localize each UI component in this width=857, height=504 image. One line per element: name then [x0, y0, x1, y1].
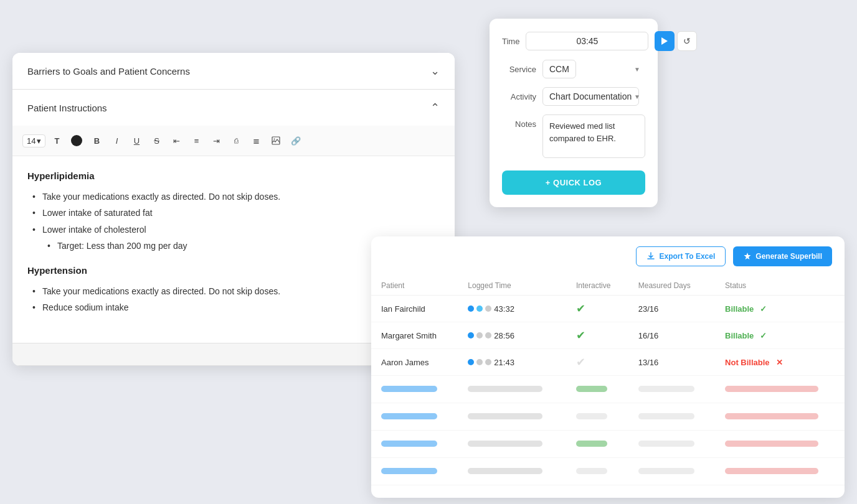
strikethrough-button[interactable]: S — [148, 132, 165, 149]
instructions-chevron-icon: ⌃ — [430, 101, 440, 114]
gray-dot-icon — [485, 359, 491, 365]
instructions-accordion-header[interactable]: Patient Instructions ⌃ — [12, 90, 455, 126]
list-item: Lower intake of saturated fat — [32, 206, 440, 220]
link-button[interactable]: 🔗 — [287, 132, 305, 149]
skeleton-bar — [725, 413, 818, 419]
font-size-selector[interactable]: 14 ▾ — [22, 134, 45, 147]
align-center-button[interactable]: ≡ — [187, 132, 205, 149]
skeleton-bar — [638, 468, 694, 474]
billable-check-icon: ✓ — [760, 331, 767, 340]
skeleton-bar — [725, 468, 818, 474]
blue-dot-icon — [468, 332, 474, 338]
skeleton-bar — [576, 468, 607, 474]
skeleton-cell — [458, 403, 566, 431]
export-excel-button[interactable]: Export To Excel — [636, 246, 726, 266]
align-right-button[interactable]: ⇥ — [207, 132, 225, 149]
skeleton-bar — [725, 386, 818, 392]
skeleton-cell — [566, 431, 628, 458]
status-cell: Billable✓ — [715, 296, 845, 322]
skeleton-bar — [638, 441, 694, 447]
code-button[interactable]: ⎙ — [227, 132, 245, 149]
editor-toolbar: 14 ▾ T B I U S ⇤ ≡ ⇥ ⎙ ≣ 🔗 — [12, 126, 455, 156]
timer-play-button[interactable] — [655, 31, 675, 51]
skeleton-cell — [371, 458, 458, 485]
skeleton-bar — [381, 386, 437, 392]
patient-name: Ian Fairchild — [371, 296, 458, 322]
gray-dot-icon — [476, 332, 483, 338]
table-row[interactable]: Ian Fairchild 43:32✔23/16Billable✓ — [371, 296, 845, 322]
superbill-table-panel: Export To Excel Generate Superbill Patie… — [371, 236, 845, 498]
time-value: 21:43 — [494, 358, 514, 367]
col-patient: Patient — [371, 276, 458, 296]
measured-days: 13/16 — [628, 349, 715, 376]
time-input[interactable] — [526, 32, 648, 50]
service-select[interactable]: CCM RPM BHI TCM — [542, 60, 576, 78]
dot-group: 21:43 — [468, 358, 556, 367]
logged-time: 21:43 — [458, 349, 566, 376]
skeleton-row — [371, 376, 845, 403]
check-circle-icon: ✔ — [576, 329, 585, 342]
dot-group: 43:32 — [468, 304, 556, 314]
skeleton-cell — [566, 403, 628, 431]
timer-controls: ↺ — [655, 31, 697, 51]
font-size-value: 14 — [27, 136, 36, 146]
measured-days: 23/16 — [628, 296, 715, 322]
time-label: Time — [502, 37, 519, 46]
activity-select[interactable]: Chart Documentation Phone Call Care Coor… — [542, 87, 639, 106]
skeleton-bar — [381, 441, 437, 447]
barriers-accordion-item: Barriers to Goals and Patient Concerns ⌄ — [12, 53, 455, 90]
notes-label: Notes — [502, 114, 536, 129]
reset-icon: ↺ — [683, 36, 691, 46]
italic-button[interactable]: I — [108, 132, 125, 149]
activity-label: Activity — [502, 92, 536, 101]
skeleton-bar — [468, 441, 542, 447]
col-interactive: Interactive — [566, 276, 628, 296]
underline-button[interactable]: U — [128, 132, 145, 149]
activity-row: Activity Chart Documentation Phone Call … — [502, 87, 645, 106]
export-label: Export To Excel — [659, 252, 715, 261]
skeleton-cell — [715, 431, 845, 458]
col-logged-time: Logged Time — [458, 276, 566, 296]
skeleton-cell — [458, 431, 566, 458]
svg-marker-2 — [661, 37, 668, 45]
quick-log-button[interactable]: + QUICK LOG — [502, 170, 645, 195]
time-row: Time ↺ — [502, 31, 645, 51]
patient-name: Margaret Smith — [371, 322, 458, 349]
align-left-button[interactable]: ⇤ — [168, 132, 185, 149]
bold-button[interactable]: B — [88, 132, 105, 149]
skeleton-cell — [715, 403, 845, 431]
service-row: Service CCM RPM BHI TCM — [502, 60, 645, 78]
barriers-accordion-header[interactable]: Barriers to Goals and Patient Concerns ⌄ — [12, 53, 455, 89]
skeleton-cell — [458, 458, 566, 485]
billable-check-icon: ✓ — [760, 304, 767, 314]
blue-dot-icon — [468, 359, 474, 365]
gray-dot-icon — [476, 359, 483, 365]
skeleton-cell — [628, 403, 715, 431]
table-row[interactable]: Aaron James 21:43✔13/16Not Billable✕ — [371, 349, 845, 376]
notes-textarea[interactable]: Reviewed med list compared to EHR. — [542, 114, 645, 158]
gray-dot-icon — [485, 306, 491, 312]
status-badge: Billable — [725, 331, 754, 340]
skeleton-cell — [715, 458, 845, 485]
notes-row: Notes Reviewed med list compared to EHR. — [502, 114, 645, 158]
status-cell: Billable✓ — [715, 322, 845, 349]
list-item: Take your medications exactly as directe… — [32, 190, 440, 203]
color-button[interactable] — [68, 132, 85, 149]
text-type-button[interactable]: T — [48, 132, 65, 149]
image-button[interactable] — [267, 132, 285, 149]
timer-reset-button[interactable]: ↺ — [677, 31, 697, 51]
skeleton-cell — [566, 376, 628, 403]
timer-widget: Time ↺ Service CCM RPM BHI TCM Activity — [490, 19, 658, 207]
time-value: 28:56 — [494, 331, 514, 340]
status-badge: Not Billable — [725, 358, 770, 367]
table-actions: Export To Excel Generate Superbill — [371, 236, 845, 276]
skeleton-cell — [715, 376, 845, 403]
skeleton-row — [371, 431, 845, 458]
list-button[interactable]: ≣ — [247, 132, 265, 149]
check-circle-empty-icon: ✔ — [576, 356, 585, 368]
table-row[interactable]: Margaret Smith 28:56✔16/16Billable✓ — [371, 322, 845, 349]
gray-dot-icon — [485, 332, 491, 338]
interactive-status: ✔ — [566, 296, 628, 322]
generate-superbill-button[interactable]: Generate Superbill — [733, 246, 832, 266]
blue-dot-icon — [468, 306, 474, 312]
